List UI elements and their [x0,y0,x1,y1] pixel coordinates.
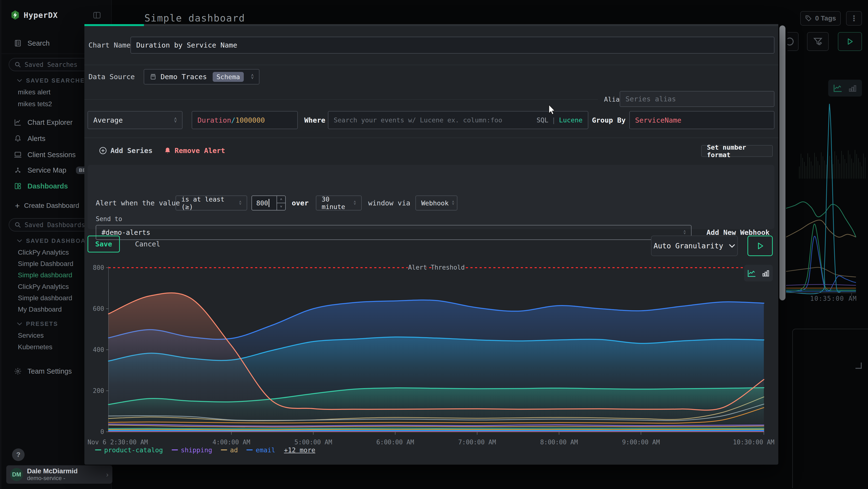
legend-item[interactable]: email [246,446,275,454]
refresh-icon [787,36,795,47]
tag-icon [805,15,812,22]
search-icon [14,61,21,68]
chevron-down-icon [17,322,22,325]
modal-accent-bar [84,24,144,26]
sidebar-collapse-button[interactable] [93,10,101,21]
query-language-toggle[interactable]: SQL | Lucene [536,116,583,124]
help-button[interactable]: ? [12,449,25,461]
select-chevrons-icon [350,201,356,205]
divider [84,138,778,138]
set-number-format-button[interactable]: Set number format [701,145,773,157]
line-chart-icon [747,268,756,278]
database-icon [150,73,157,80]
chevron-down-icon [17,79,22,82]
mouse-cursor [548,104,558,115]
bg-chart-type-toggle[interactable] [828,80,862,96]
step-down-icon[interactable]: ˅ [277,203,285,210]
select-chevrons-icon [250,74,254,79]
plus-icon: + [15,201,20,210]
chevron-down-icon [729,244,735,248]
legend-swatch [95,450,101,450]
alias-input[interactable]: Series alias [620,91,774,107]
alert-channel-select[interactable]: Webhook [415,196,457,210]
panel-resize-handle[interactable] [856,363,862,369]
gear-icon [13,367,22,375]
aggregation-select[interactable]: Average [88,111,183,129]
granularity-select[interactable]: Auto Granularity [651,236,738,256]
filter-edit-icon [813,37,823,46]
search-doc-icon [13,39,22,47]
filter-button[interactable] [807,32,829,51]
modal-scrollbar[interactable] [779,25,785,300]
divider [84,99,598,100]
schema-badge[interactable]: Schema [213,72,244,82]
select-chevrons-icon [171,118,177,123]
bar-chart-icon [848,83,858,93]
svg-text:Alert Threshold: Alert Threshold [408,264,465,271]
svg-text:6:00:00 AM: 6:00:00 AM [376,438,414,446]
kebab-menu-button[interactable] [846,11,862,26]
svg-text:0: 0 [100,428,104,435]
svg-text:9:00:00 AM: 9:00:00 AM [622,438,660,446]
page-title: Simple dashboard [145,12,245,24]
edit-chart-modal: Chart Name Duration by Service Name Data… [84,24,778,465]
alert-condition-select[interactable]: is at least (≥) [176,196,247,210]
panel-toggle-icon [93,11,101,19]
remove-alert-button[interactable]: Remove Alert [164,145,225,156]
time-range-button-fragment[interactable] [787,32,799,51]
step-up-icon[interactable]: ˄ [277,196,285,203]
dashboards-icon [13,182,22,190]
field-input[interactable]: Duration/1000000 [192,111,298,129]
select-chevrons-icon [449,201,454,205]
save-button[interactable]: Save [88,236,120,253]
group-by-label: Group By [592,111,626,129]
tags-button-label: 0 Tags [815,15,836,22]
line-chart-icon [833,83,843,93]
modal-top-bar [84,24,778,26]
send-to-select[interactable]: #demo-alerts [96,225,691,240]
chart-explorer-icon [13,118,22,126]
group-by-input[interactable]: ServiceName [629,111,774,129]
run-chart-button[interactable] [747,236,773,256]
chevron-right-icon: › [106,470,108,479]
app-root: Simple dashboard 0 Tags 10:35:00 AM Hype… [0,0,868,489]
chart-type-toggle[interactable] [744,265,773,282]
legend-item[interactable]: product-catalog [95,446,163,454]
svg-text:800: 800 [93,264,104,271]
saved-searches-input[interactable] [25,61,92,68]
chart-name-label: Chart Name [89,37,131,54]
svg-text:10:30:00 AM: 10:30:00 AM [733,438,774,446]
user-card[interactable]: DM Dale McDiarmid demo-service - › [6,465,112,484]
chart-name-input[interactable]: Duration by Service Name [130,37,774,54]
bar-chart-icon [762,269,770,278]
hyperdx-logo [10,10,20,20]
tags-button[interactable]: 0 Tags [800,11,841,26]
svg-text:8:00:00 AM: 8:00:00 AM [540,438,578,446]
svg-text:600: 600 [93,305,104,312]
legend-item[interactable]: ad [221,446,238,454]
service-map-icon [13,167,22,174]
add-series-button[interactable]: Add Series [99,145,153,156]
bell-icon [164,147,171,154]
saved-dashboards-input[interactable] [25,221,92,229]
duration-chart: 0200400600800Nov 6 2:30:00 AM4:00:00 AM5… [84,256,778,465]
select-chevrons-icon [236,201,241,205]
legend-more-button[interactable]: +12 more [284,446,315,454]
legend-item[interactable]: shipping [172,446,212,454]
alert-config-panel: Alert when the value is at least (≥) 800… [88,165,774,229]
run-query-button-bg[interactable] [838,32,862,51]
data-source-select[interactable]: Demo Traces Schema [144,69,259,84]
avatar: DM [10,468,23,481]
number-stepper[interactable]: ˄˅ [277,196,285,210]
alert-threshold-input[interactable]: 800 ˄˅ [251,196,286,210]
where-label: Where [304,111,325,129]
alert-over-label: over [292,196,309,210]
alert-window-select[interactable]: 30 minute [316,196,362,210]
svg-text:7:00:00 AM: 7:00:00 AM [458,438,496,446]
chart-legend: product-catalog shipping ad email +12 mo… [95,443,315,456]
bell-icon [13,135,22,142]
user-name: Dale McDiarmid [27,467,78,475]
user-subtitle: demo-service - [27,475,78,482]
cancel-button[interactable]: Cancel [135,236,160,253]
legend-swatch [246,450,253,450]
